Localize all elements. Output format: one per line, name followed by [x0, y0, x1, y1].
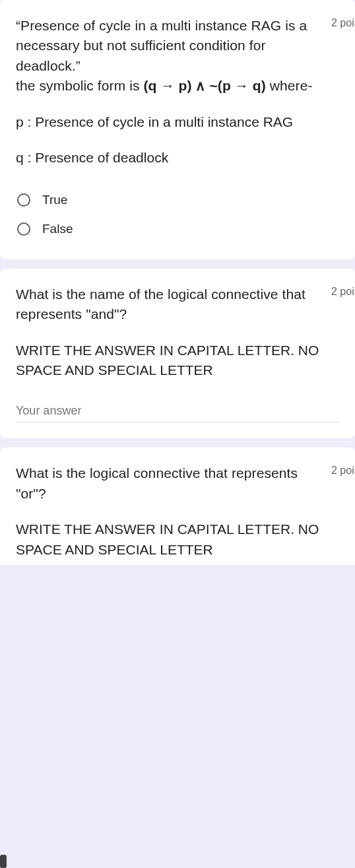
option-false[interactable]: False — [16, 215, 339, 244]
q1-p-def: p : Presence of cycle in a multi instanc… — [16, 112, 339, 132]
q1-symbolic: (q → p) ∧ ~(p → q) — [143, 78, 265, 93]
svg-point-1 — [18, 223, 30, 235]
answer-input[interactable] — [16, 400, 339, 422]
q2-instruction: WRITE THE ANSWER IN CAPITAL LETTER. NO S… — [16, 341, 339, 381]
question-header: “Presence of cycle in a multi instance R… — [16, 16, 339, 96]
q1-line2-pre: the symbolic form is — [16, 78, 143, 93]
q1-line2-post: where- — [266, 78, 313, 93]
question-header: What is the logical connective that repr… — [16, 463, 339, 504]
q1-q-def: q : Presence of deadlock — [16, 148, 339, 168]
question-card-3: What is the logical connective that repr… — [0, 448, 355, 565]
option-label-false: False — [42, 222, 73, 236]
points-label: 2 points — [331, 463, 355, 477]
q3-instruction: WRITE THE ANSWER IN CAPITAL LETTER. NO S… — [16, 519, 339, 560]
question-header: What is the name of the logical connecti… — [16, 284, 339, 325]
question-title: What is the name of the logical connecti… — [16, 284, 323, 325]
svg-point-0 — [18, 194, 30, 206]
q1-line1: “Presence of cycle in a multi instance R… — [16, 18, 307, 73]
question-title: What is the logical connective that repr… — [16, 463, 323, 504]
question-card-2: What is the name of the logical connecti… — [0, 269, 355, 439]
radio-unchecked-icon — [16, 221, 32, 237]
q1-options: True False — [16, 185, 339, 244]
question-card-1: “Presence of cycle in a multi instance R… — [0, 0, 355, 259]
question-title: “Presence of cycle in a multi instance R… — [16, 16, 323, 96]
points-label: 2 points — [331, 284, 355, 298]
option-label-true: True — [42, 193, 67, 207]
points-label: 2 points — [331, 16, 355, 29]
option-true[interactable]: True — [16, 185, 339, 215]
radio-unchecked-icon — [16, 192, 32, 208]
